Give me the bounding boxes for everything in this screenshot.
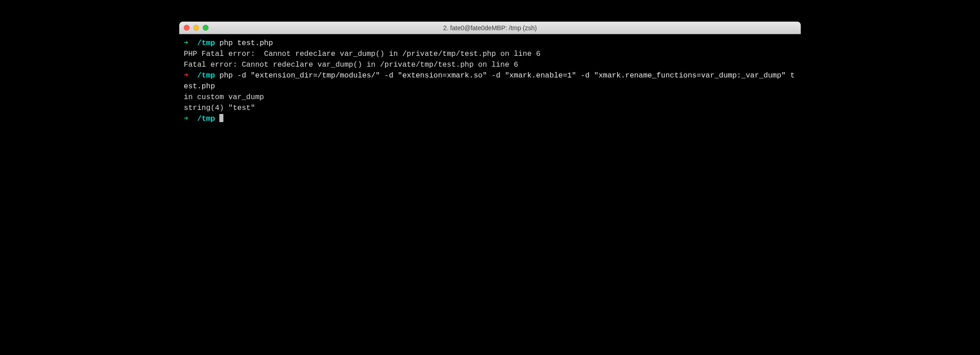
prompt-arrow-icon: ➜ [184,114,188,123]
cwd: /tmp [188,114,219,123]
titlebar[interactable]: 2. fate0@fate0deMBP: /tmp (zsh) [179,22,801,34]
output-line: string(4) "test" [184,103,796,114]
output-line: Fatal error: Cannot redeclare var_dump()… [184,59,796,70]
prompt-arrow-icon: ➜ [184,71,188,80]
terminal-body[interactable]: ➜ /tmp php test.php PHP Fatal error: Can… [179,34,801,278]
minimize-icon[interactable] [193,25,199,31]
prompt-line: ➜ /tmp php -d "extension_dir=/tmp/module… [184,70,796,92]
maximize-icon[interactable] [203,25,209,31]
cwd: /tmp [188,71,215,80]
window-title: 2. fate0@fate0deMBP: /tmp (zsh) [179,24,801,32]
prompt-arrow-icon: ➜ [184,39,188,47]
prompt-line: ➜ /tmp php test.php [184,38,796,49]
traffic-lights [184,25,209,31]
terminal-window: 2. fate0@fate0deMBP: /tmp (zsh) ➜ /tmp p… [179,22,801,278]
close-icon[interactable] [184,25,190,31]
cwd: /tmp [188,39,215,47]
output-line: in custom var_dump [184,92,796,103]
cursor-icon [219,114,223,122]
command-text: php -d "extension_dir=/tmp/modules/" -d … [184,71,795,91]
output-line: PHP Fatal error: Cannot redeclare var_du… [184,49,796,59]
prompt-line: ➜ /tmp [184,114,796,124]
command-text: php test.php [215,39,273,47]
